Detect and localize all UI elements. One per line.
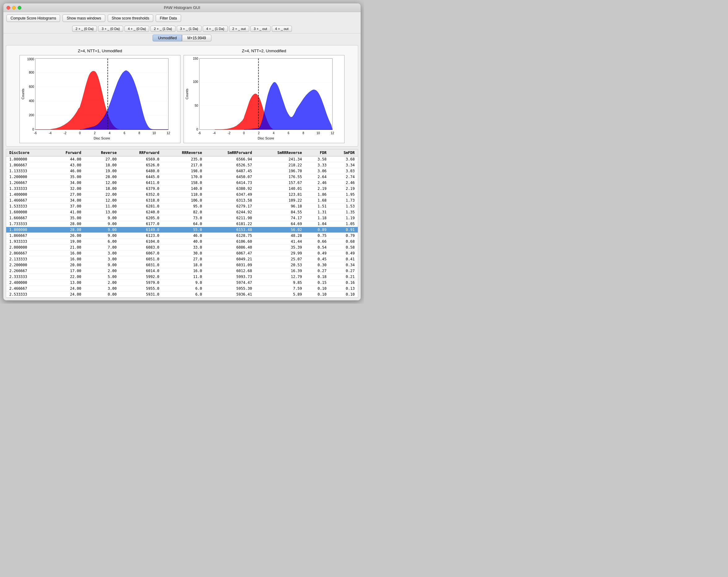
tab-3plusout[interactable]: 3 + _ out	[251, 26, 270, 32]
cell-0-6: 241.34	[255, 157, 305, 162]
cell-20-0: 2.333333	[6, 274, 49, 280]
compute-button[interactable]: Compute Score Histograms	[6, 15, 60, 22]
tab-4plusout[interactable]: 4 + _ out	[272, 26, 292, 32]
table-row[interactable]: 2.13333316.003.006051.027.06049.2125.070…	[6, 256, 358, 262]
table-row[interactable]: 2.00000021.007.006083.033.06086.4035.390…	[6, 245, 358, 250]
table-row[interactable]: 1.00000044.0027.006569.0235.06566.94241.…	[6, 157, 358, 162]
cell-5-3: 6379.0	[120, 186, 162, 192]
svg-text:1000: 1000	[27, 57, 34, 61]
cell-18-6: 20.53	[255, 262, 305, 268]
table-row[interactable]: 1.66666735.009.006205.073.06211.9074.171…	[6, 215, 358, 221]
svg-text:800: 800	[29, 71, 34, 74]
cell-16-8: 0.49	[330, 250, 358, 256]
toolbar: Compute Score Histograms Show mass windo…	[3, 12, 361, 24]
svg-text:400: 400	[29, 99, 34, 103]
svg-text:0: 0	[243, 131, 245, 135]
svg-text:Disc Score: Disc Score	[258, 136, 274, 140]
cell-3-1: 35.00	[49, 174, 84, 180]
tab-2plus1da[interactable]: 2 + _ {1 Da}	[151, 26, 175, 32]
cell-16-0: 2.066667	[6, 250, 49, 256]
table-row[interactable]: 1.86666726.009.006123.046.06128.7548.280…	[6, 233, 358, 239]
cell-2-1: 46.00	[49, 168, 84, 174]
cell-13-6: 48.28	[255, 233, 305, 239]
cell-15-1: 21.00	[49, 245, 84, 250]
table-row[interactable]: 1.26666734.0012.006411.0158.06414.73157.…	[6, 180, 358, 186]
table-row[interactable]: 1.46666734.0012.006318.0106.06313.58109.…	[6, 198, 358, 203]
svg-text:0: 0	[79, 131, 81, 135]
cell-8-8: 1.53	[330, 203, 358, 209]
table-row[interactable]: 1.06666743.0018.006526.0217.06526.57218.…	[6, 162, 358, 168]
cell-9-7: 1.31	[305, 209, 330, 215]
tab-2plus0da[interactable]: 2 + _ {0 Da}	[72, 26, 97, 32]
cell-18-2: 9.00	[84, 262, 120, 268]
table-row[interactable]: 1.80000028.009.006149.055.06153.4856.020…	[6, 227, 358, 233]
table-row[interactable]: 1.53333337.0011.006281.095.06279.1796.18…	[6, 203, 358, 209]
svg-text:Counts: Counts	[21, 88, 25, 99]
cell-18-4: 18.0	[162, 262, 205, 268]
cell-16-3: 6067.0	[120, 250, 162, 256]
subtab-m15[interactable]: M+15.9949	[182, 35, 211, 42]
cell-17-0: 2.133333	[6, 256, 49, 262]
tab-2plusout[interactable]: 2 + _ out	[229, 26, 249, 32]
minimize-button[interactable]	[12, 6, 16, 9]
cell-17-5: 6049.21	[205, 256, 255, 262]
cell-9-4: 82.0	[162, 209, 205, 215]
cell-9-1: 41.00	[49, 209, 84, 215]
table-row[interactable]: 2.33333322.005.005992.011.05993.7312.790…	[6, 274, 358, 280]
tab-4plus1da[interactable]: 4 + _ {1 Da}	[203, 26, 228, 32]
close-button[interactable]	[6, 6, 10, 9]
table-row[interactable]: 2.20000020.009.006031.018.06031.0920.530…	[6, 262, 358, 268]
cell-5-6: 140.01	[255, 186, 305, 192]
score-thresholds-button[interactable]: Show score thresholds	[108, 15, 153, 22]
mass-windows-button[interactable]: Show mass windows	[62, 15, 105, 22]
cell-3-6: 176.55	[255, 174, 305, 180]
svg-text:8: 8	[303, 131, 304, 135]
table-row[interactable]: 2.06666716.003.006067.030.06067.4729.990…	[6, 250, 358, 256]
table-row[interactable]: 1.20000035.0028.006445.0170.06450.07176.…	[6, 174, 358, 180]
table-row[interactable]: 1.93333319.006.006104.040.06106.6041.440…	[6, 239, 358, 245]
cell-2-0: 1.133333	[6, 168, 49, 174]
cell-12-2: 9.00	[84, 227, 120, 233]
cell-22-5: 5955.30	[205, 286, 255, 292]
cell-2-5: 6487.45	[205, 168, 255, 174]
cell-21-8: 0.16	[330, 280, 358, 286]
cell-3-3: 6445.0	[120, 174, 162, 180]
table-row[interactable]: 2.46666724.003.005955.06.05955.307.590.1…	[6, 286, 358, 292]
table-row[interactable]: 2.53333324.000.005931.06.05936.415.890.1…	[6, 292, 358, 298]
tab-3plus1da[interactable]: 3 + _ {1 Da}	[177, 26, 202, 32]
cell-21-2: 2.00	[84, 280, 120, 286]
cell-22-7: 0.10	[305, 286, 330, 292]
svg-text:0: 0	[196, 128, 198, 131]
table-row[interactable]: 1.40000027.0022.006352.0118.06347.49123.…	[6, 192, 358, 198]
cell-18-1: 20.00	[49, 262, 84, 268]
maximize-button[interactable]	[18, 6, 21, 9]
cell-21-1: 13.00	[49, 280, 84, 286]
cell-7-1: 34.00	[49, 198, 84, 203]
cell-21-0: 2.400000	[6, 280, 49, 286]
cell-14-5: 6106.60	[205, 239, 255, 245]
filter-button[interactable]: Filter Data	[156, 15, 181, 22]
cell-1-6: 218.22	[255, 162, 305, 168]
table-row[interactable]: 1.33333332.0018.006379.0140.06380.92140.…	[6, 186, 358, 192]
cell-7-6: 109.22	[255, 198, 305, 203]
col-header-fdr: FDR	[305, 149, 330, 157]
cell-11-6: 64.69	[255, 221, 305, 227]
cell-17-8: 0.41	[330, 256, 358, 262]
cell-7-0: 1.466667	[6, 198, 49, 203]
tab-4plus0da[interactable]: 4 + _ {0 Da}	[124, 26, 149, 32]
subtab-unmodified[interactable]: Unmodified	[153, 35, 182, 42]
cell-6-3: 6352.0	[120, 192, 162, 198]
cell-15-6: 35.39	[255, 245, 305, 250]
table-row[interactable]: 2.40000013.002.005979.09.05974.479.850.1…	[6, 280, 358, 286]
svg-text:-2: -2	[228, 131, 231, 135]
cell-15-5: 6086.40	[205, 245, 255, 250]
table-row[interactable]: 1.60000041.0013.006240.082.06244.9284.55…	[6, 209, 358, 215]
svg-text:12: 12	[331, 131, 334, 135]
table-row[interactable]: 2.26666717.002.006014.016.06012.6816.390…	[6, 268, 358, 274]
table-row[interactable]: 1.13333346.0019.006480.0198.06487.45196.…	[6, 168, 358, 174]
cell-10-8: 1.19	[330, 215, 358, 221]
tab-3plus0da[interactable]: 3 + _ {0 Da}	[98, 26, 123, 32]
cell-9-3: 6240.0	[120, 209, 162, 215]
table-row[interactable]: 1.73333328.009.006177.064.06181.2264.691…	[6, 221, 358, 227]
svg-text:200: 200	[29, 113, 34, 117]
